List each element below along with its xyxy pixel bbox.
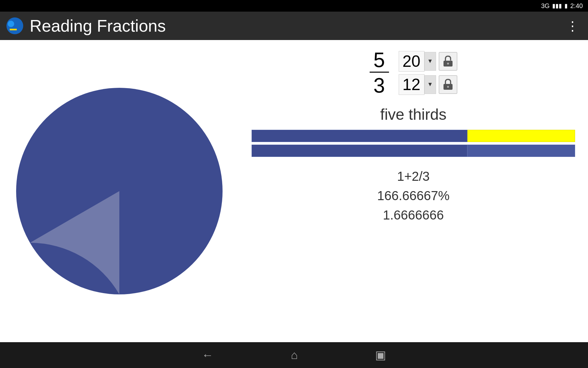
bar2-blue-segment-2 bbox=[467, 145, 575, 157]
right-panel: 5 3 20 ▼ bbox=[239, 40, 588, 342]
overflow-menu-button[interactable]: ⋮ bbox=[563, 16, 582, 36]
battery-icon: ▮ bbox=[564, 2, 568, 9]
nav-bar: ← ⌂ ▣ bbox=[0, 342, 588, 368]
stats-section: 1+2/3 166.66667% 1.6666666 bbox=[377, 167, 450, 225]
numerator-lock-button[interactable] bbox=[439, 52, 457, 71]
percent-value: 166.66667% bbox=[377, 186, 450, 205]
unlock-icon bbox=[443, 56, 453, 67]
denominator-lock-button[interactable] bbox=[439, 75, 457, 94]
status-bar: 3G ▮▮▮ ▮ 2:40 bbox=[0, 0, 588, 12]
main-content: 5 3 20 ▼ bbox=[0, 40, 588, 342]
fraction-spinners: 20 ▼ 12 ▼ bbox=[399, 51, 457, 95]
pie-chart-area bbox=[0, 40, 239, 342]
decimal-value: 1.6666666 bbox=[377, 205, 450, 225]
fraction-denominator: 3 bbox=[370, 74, 389, 96]
bar-row-2 bbox=[252, 145, 575, 157]
app-logo bbox=[6, 17, 23, 34]
svg-rect-1 bbox=[10, 29, 17, 30]
numerator-spinner-down[interactable]: ▼ bbox=[424, 52, 436, 71]
svg-point-2 bbox=[8, 21, 14, 27]
bar-row-1 bbox=[252, 130, 575, 142]
fraction-numerator: 5 bbox=[370, 50, 389, 73]
fraction-section: 5 3 20 ▼ bbox=[370, 50, 457, 96]
home-button[interactable]: ⌂ bbox=[291, 348, 298, 362]
signal-icon: ▮▮▮ bbox=[552, 2, 562, 9]
app-title: Reading Fractions bbox=[30, 16, 563, 36]
svg-point-5 bbox=[447, 63, 449, 65]
numerator-spinner-row: 20 ▼ bbox=[399, 51, 457, 72]
denominator-spinner-value[interactable]: 12 bbox=[399, 74, 424, 95]
app-bar: Reading Fractions ⋮ bbox=[0, 12, 588, 40]
bar1-yellow-segment bbox=[467, 130, 575, 142]
recent-apps-button[interactable]: ▣ bbox=[375, 348, 386, 362]
network-indicator: 3G bbox=[541, 2, 550, 10]
denominator-spinner-row: 12 ▼ bbox=[399, 74, 457, 95]
time-display: 2:40 bbox=[570, 2, 583, 10]
numerator-spinner-value[interactable]: 20 bbox=[399, 51, 424, 72]
mixed-number: 1+2/3 bbox=[377, 167, 450, 186]
fraction-display: 5 3 bbox=[370, 50, 389, 96]
denominator-spinner-down[interactable]: ▼ bbox=[424, 75, 436, 94]
lock-icon bbox=[443, 79, 453, 90]
bar1-blue-segment bbox=[252, 130, 467, 142]
pie-chart bbox=[13, 85, 226, 298]
bar2-blue-segment bbox=[252, 145, 467, 157]
bar-chart-section bbox=[252, 130, 575, 157]
fraction-label: five thirds bbox=[380, 106, 446, 123]
svg-point-7 bbox=[447, 86, 449, 88]
back-button[interactable]: ← bbox=[202, 348, 214, 362]
